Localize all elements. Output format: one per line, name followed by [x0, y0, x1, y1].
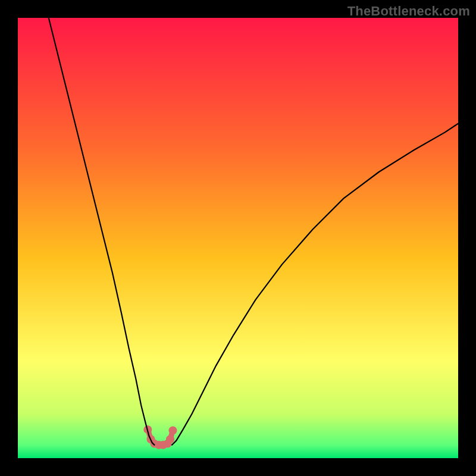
- plot-frame: [18, 18, 458, 458]
- marker-trough-markers: [166, 435, 174, 443]
- watermark-text: TheBottleneck.com: [347, 4, 470, 19]
- marker-trough-markers: [168, 426, 177, 434]
- gradient-background: [18, 18, 458, 458]
- bottleneck-chart: [18, 18, 458, 458]
